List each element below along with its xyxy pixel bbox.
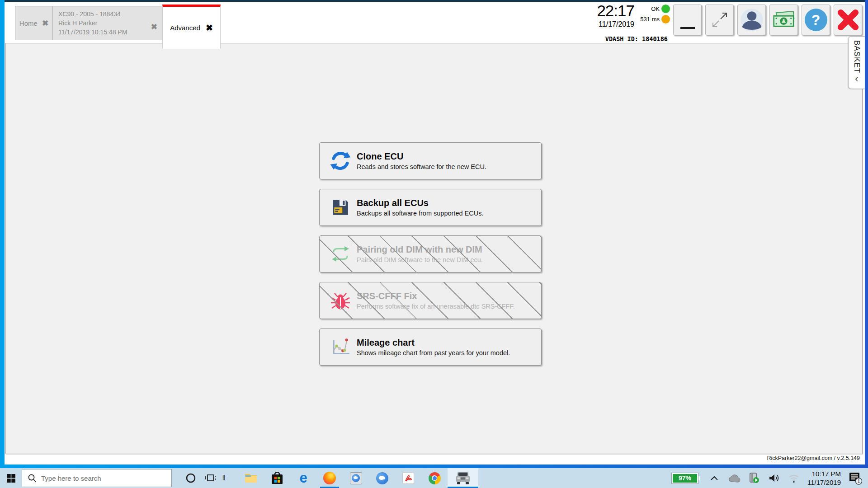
thunderbird-button[interactable] [369, 468, 395, 488]
help-button[interactable]: ? [802, 5, 830, 35]
battery-indicator[interactable]: 97% [672, 473, 698, 483]
resize-arrows-icon [710, 10, 729, 29]
vdash-app-button[interactable] [448, 468, 478, 488]
content-panel: Clone ECU Reads and stores software for … [5, 43, 863, 454]
user-avatar-icon [740, 8, 764, 32]
menu-item-text: SRS-CFFF Fix Performs software fix of an… [357, 290, 515, 311]
file-explorer-button[interactable] [238, 468, 264, 488]
menu-item-desc: Pairs old DIM software to the new DIM ec… [357, 255, 483, 264]
status-latency-label: 531 ms [640, 16, 660, 23]
help-icon: ? [805, 9, 827, 31]
menu-item-title: Pairing old DIM with new DIM [357, 244, 483, 255]
clock-time: 22:17 [579, 2, 634, 20]
tab-session-datetime: 11/17/2019 10:15:48 PM [58, 28, 127, 36]
notification-count-glyph: 1 [857, 479, 860, 484]
window-border-right [865, 0, 868, 468]
network-button[interactable] [784, 468, 804, 488]
desktop-screen: Home ✖ XC90 - 2005 - 188434 Rick H Parke… [0, 0, 868, 488]
window-border-left [0, 0, 5, 468]
sync-icon [330, 150, 351, 171]
tray-expand-button[interactable] [704, 468, 724, 488]
chrome-icon [429, 472, 441, 484]
menu-item-text: Mileage chart Shows mileage chart from p… [357, 337, 510, 357]
status-latency-row: 531 ms [632, 14, 670, 24]
thunderbird-box-icon [350, 472, 362, 484]
menu-item-text: Backup all ECUs Backups all software fro… [357, 197, 483, 218]
tray-date: 11/17/2019 [807, 478, 841, 487]
menu-item-text: Clone ECU Reads and stores software for … [357, 150, 486, 171]
floppy-icon [330, 198, 351, 217]
battery-percent: 97% [679, 474, 691, 482]
cortana-button[interactable] [181, 468, 201, 488]
close-app-button[interactable] [834, 5, 862, 35]
chrome-button[interactable] [421, 468, 448, 488]
tab-advanced-active[interactable]: Advanced ✖ [162, 5, 221, 49]
clock-date: 11/17/2019 [579, 20, 634, 28]
tab-home[interactable]: Home ✖ [15, 6, 53, 40]
thunderbird-icon [376, 472, 388, 484]
menu-item-desc: Backups all software from supported ECUs… [357, 209, 483, 218]
edge-button[interactable]: e [290, 468, 316, 488]
action-center-button[interactable]: 1 1 [845, 468, 865, 488]
thunderbird-setup-button[interactable] [343, 468, 369, 488]
account-version-footer: RickParker22@gmail.com / v.2.5.149 [767, 455, 860, 461]
status-ok-dot [661, 5, 670, 13]
status-ok-label: OK [651, 5, 660, 12]
device-status-button[interactable] [744, 468, 764, 488]
notification-icon: 1 1 [849, 471, 862, 485]
advanced-menu: Clone ECU Reads and stores software for … [319, 142, 542, 375]
tab-home-label: Home [19, 19, 38, 27]
acrobat-icon [402, 472, 414, 484]
menu-item-backup-all-ecus[interactable]: Backup all ECUs Backups all software fro… [319, 189, 542, 226]
taskbar-search-box[interactable] [22, 469, 172, 487]
window-border-top [0, 0, 868, 2]
vdash-id-value: 1840186 [642, 35, 668, 42]
tab-advanced-close-icon[interactable]: ✖ [206, 23, 213, 33]
menu-item-title: Backup all ECUs [357, 197, 483, 209]
minimize-icon [680, 27, 695, 29]
menu-item-srs-cfff-fix: SRS-CFFF Fix Performs software fix of an… [319, 282, 542, 319]
acrobat-button[interactable] [395, 468, 421, 488]
start-button[interactable] [0, 468, 22, 488]
edge-icon: e [299, 471, 307, 485]
tab-session[interactable]: XC90 - 2005 - 188434 Rick H Parker 11/17… [53, 6, 162, 40]
search-icon [28, 474, 37, 483]
menu-item-mileage-chart[interactable]: Mileage chart Shows mileage chart from p… [319, 328, 542, 366]
payment-button[interactable] [769, 5, 798, 35]
minimize-button[interactable] [673, 5, 702, 35]
onedrive-button[interactable] [724, 468, 744, 488]
microsoft-store-button[interactable] [264, 468, 290, 488]
chevron-left-icon: ‹ [855, 74, 859, 83]
menu-item-desc: Performs software fix of an unerasable d… [357, 302, 515, 311]
search-input[interactable] [41, 474, 159, 482]
vdash-app-window: Home ✖ XC90 - 2005 - 188434 Rick H Parke… [0, 0, 868, 468]
menu-item-title: Clone ECU [357, 150, 486, 162]
menu-item-clone-ecu[interactable]: Clone ECU Reads and stores software for … [319, 142, 542, 179]
volume-button[interactable] [764, 468, 784, 488]
account-button[interactable] [737, 5, 766, 35]
thunderbird-icon [352, 474, 360, 482]
task-view-icon [205, 473, 217, 483]
swap-arrows-icon [330, 245, 351, 263]
tab-bar: Home ✖ XC90 - 2005 - 188434 Rick H Parke… [15, 6, 162, 40]
tab-session-close-icon[interactable]: ✖ [151, 23, 157, 32]
tray-clock[interactable]: 10:17 PM 11/17/2019 [807, 469, 841, 487]
task-view-button[interactable] [201, 468, 221, 488]
basket-label: BASKET [852, 40, 861, 73]
basket-panel-tab[interactable]: BASKET ‹ [848, 36, 865, 89]
resize-button[interactable] [705, 5, 734, 35]
device-play-icon [749, 472, 760, 484]
windows-logo-icon [7, 474, 15, 483]
pinned-apps: e [238, 468, 478, 488]
vdash-id-label: VDASH ID: [605, 35, 638, 42]
close-icon [837, 9, 859, 31]
line-chart-icon [330, 338, 351, 357]
window-border-bottom [0, 465, 868, 468]
windows-taskbar: ‖ [0, 468, 868, 488]
menu-item-title: Mileage chart [357, 337, 510, 348]
firefox-button[interactable] [316, 468, 343, 488]
firefox-icon [323, 472, 336, 484]
money-icon [773, 11, 795, 28]
menu-item-desc: Shows mileage chart from past years for … [357, 348, 510, 357]
tab-home-close-icon[interactable]: ✖ [42, 19, 48, 28]
